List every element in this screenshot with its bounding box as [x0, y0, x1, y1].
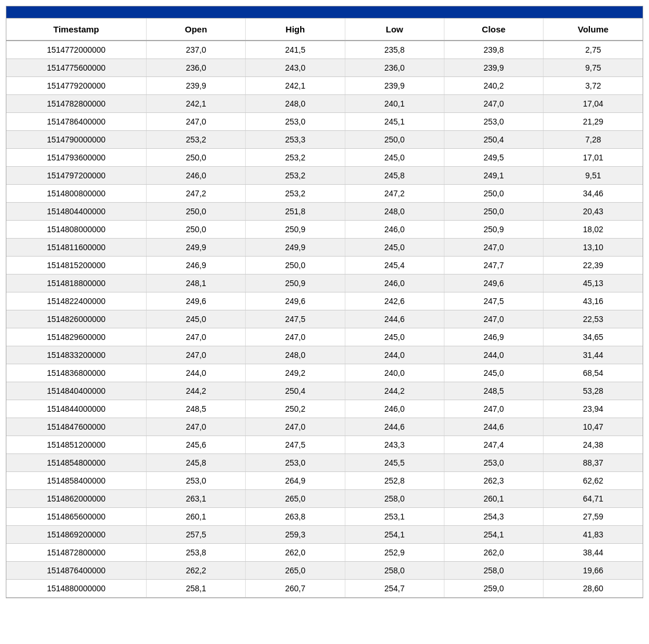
cell-close-7: 249,1: [444, 167, 543, 185]
cell-low-5: 250,0: [345, 131, 444, 149]
cell-high-15: 247,5: [246, 310, 345, 328]
cell-close-26: 254,3: [444, 508, 543, 526]
cell-volume-17: 31,44: [544, 346, 643, 364]
cell-volume-11: 13,10: [544, 239, 643, 257]
cell-timestamp-4: 1514786400000: [6, 113, 147, 131]
cell-high-30: 260,7: [246, 580, 345, 598]
cell-volume-25: 64,71: [544, 490, 643, 508]
cell-volume-20: 23,94: [544, 400, 643, 418]
cell-volume-29: 19,66: [544, 562, 643, 580]
col-header-open: Open: [147, 19, 246, 41]
cell-high-16: 247,0: [246, 328, 345, 346]
cell-high-14: 249,6: [246, 292, 345, 310]
table-row: 1514811600000249,9249,9245,0247,013,10: [6, 239, 643, 257]
table-row: 1514876400000262,2265,0258,0258,019,66: [6, 562, 643, 580]
cell-low-3: 240,1: [345, 95, 444, 113]
cell-close-18: 245,0: [444, 364, 543, 382]
cell-high-20: 250,2: [246, 400, 345, 418]
cell-high-9: 251,8: [246, 203, 345, 221]
cell-open-21: 247,0: [147, 418, 246, 436]
cell-volume-3: 17,04: [544, 95, 643, 113]
cell-low-16: 245,0: [345, 328, 444, 346]
table-row: 1514836800000244,0249,2240,0245,068,54: [6, 364, 643, 382]
cell-open-9: 250,0: [147, 203, 246, 221]
table-row: 1514829600000247,0247,0245,0246,934,65: [6, 328, 643, 346]
cell-volume-14: 43,16: [544, 292, 643, 310]
cell-high-3: 248,0: [246, 95, 345, 113]
cell-low-14: 242,6: [345, 292, 444, 310]
cell-low-23: 245,5: [345, 454, 444, 472]
cell-high-21: 247,0: [246, 418, 345, 436]
table-row: 1514869200000257,5259,3254,1254,141,83: [6, 526, 643, 544]
cell-timestamp-14: 1514822400000: [6, 292, 147, 310]
table-row: 1514786400000247,0253,0245,1253,021,29: [6, 113, 643, 131]
cell-open-18: 244,0: [147, 364, 246, 382]
cell-high-8: 253,2: [246, 185, 345, 203]
cell-open-16: 247,0: [147, 328, 246, 346]
cell-volume-30: 28,60: [544, 580, 643, 598]
cell-timestamp-30: 1514880000000: [6, 580, 147, 598]
cell-open-2: 239,9: [147, 77, 246, 95]
cell-timestamp-27: 1514869200000: [6, 526, 147, 544]
table-row: 1514804400000250,0251,8248,0250,020,43: [6, 203, 643, 221]
cell-low-13: 246,0: [345, 275, 444, 292]
table-row: 1514797200000246,0253,2245,8249,19,51: [6, 167, 643, 185]
col-header-timestamp: Timestamp: [6, 19, 147, 41]
cell-close-3: 247,0: [444, 95, 543, 113]
cell-volume-18: 68,54: [544, 364, 643, 382]
table-row: 1514815200000246,9250,0245,4247,722,39: [6, 257, 643, 275]
col-header-low: Low: [345, 19, 444, 41]
cell-volume-4: 21,29: [544, 113, 643, 131]
cell-open-17: 247,0: [147, 346, 246, 364]
cell-volume-16: 34,65: [544, 328, 643, 346]
main-table-container: TimestampOpenHighLowCloseVolume 15147720…: [6, 6, 643, 598]
cell-volume-7: 9,51: [544, 167, 643, 185]
cell-timestamp-10: 1514808000000: [6, 221, 147, 239]
cell-volume-21: 10,47: [544, 418, 643, 436]
cell-open-1: 236,0: [147, 59, 246, 77]
cell-low-19: 244,2: [345, 382, 444, 400]
cell-high-13: 250,9: [246, 275, 345, 292]
cell-volume-5: 7,28: [544, 131, 643, 149]
cell-volume-22: 24,38: [544, 436, 643, 454]
cell-low-22: 243,3: [345, 436, 444, 454]
table-row: 1514833200000247,0248,0244,0244,031,44: [6, 346, 643, 364]
cell-high-2: 242,1: [246, 77, 345, 95]
cell-timestamp-29: 1514876400000: [6, 562, 147, 580]
cell-high-12: 250,0: [246, 257, 345, 275]
cell-high-23: 253,0: [246, 454, 345, 472]
cell-volume-2: 3,72: [544, 77, 643, 95]
cell-open-14: 249,6: [147, 292, 246, 310]
cell-open-28: 253,8: [147, 544, 246, 562]
cell-timestamp-2: 1514779200000: [6, 77, 147, 95]
cell-volume-27: 41,83: [544, 526, 643, 544]
cell-close-14: 247,5: [444, 292, 543, 310]
cell-timestamp-9: 1514804400000: [6, 203, 147, 221]
table-row: 1514858400000253,0264,9252,8262,362,62: [6, 472, 643, 490]
cell-close-25: 260,1: [444, 490, 543, 508]
cell-timestamp-15: 1514826000000: [6, 310, 147, 328]
cell-high-18: 249,2: [246, 364, 345, 382]
cell-low-11: 245,0: [345, 239, 444, 257]
cell-close-17: 244,0: [444, 346, 543, 364]
table-row: 1514851200000245,6247,5243,3247,424,38: [6, 436, 643, 454]
cell-low-0: 235,8: [345, 41, 444, 59]
table-row: 1514779200000239,9242,1239,9240,23,72: [6, 77, 643, 95]
cell-volume-1: 9,75: [544, 59, 643, 77]
cell-open-15: 245,0: [147, 310, 246, 328]
cell-close-9: 250,0: [444, 203, 543, 221]
cell-low-30: 254,7: [345, 580, 444, 598]
cell-close-28: 262,0: [444, 544, 543, 562]
cell-timestamp-24: 1514858400000: [6, 472, 147, 490]
cell-open-5: 253,2: [147, 131, 246, 149]
cell-low-26: 253,1: [345, 508, 444, 526]
cell-high-17: 248,0: [246, 346, 345, 364]
data-table: TimestampOpenHighLowCloseVolume 15147720…: [6, 19, 643, 598]
cell-low-17: 244,0: [345, 346, 444, 364]
cell-timestamp-5: 1514790000000: [6, 131, 147, 149]
table-row: 1514847600000247,0247,0244,6244,610,47: [6, 418, 643, 436]
cell-volume-13: 45,13: [544, 275, 643, 292]
cell-timestamp-6: 1514793600000: [6, 149, 147, 167]
cell-high-27: 259,3: [246, 526, 345, 544]
cell-timestamp-26: 1514865600000: [6, 508, 147, 526]
